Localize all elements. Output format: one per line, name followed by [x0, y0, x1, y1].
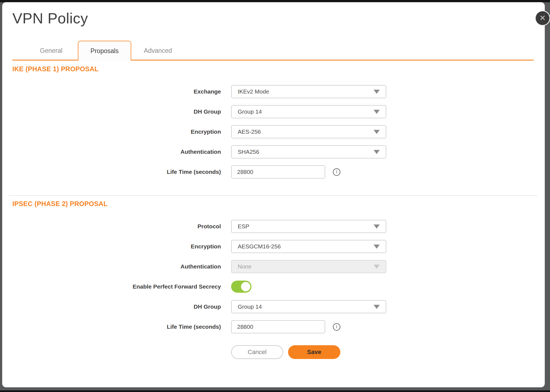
- tab-proposals[interactable]: Proposals: [78, 41, 131, 61]
- pfs-row: Enable Perfect Forward Secrecy: [12, 280, 534, 293]
- footer-buttons: Cancel Save: [231, 345, 534, 359]
- window-frame-top: [0, 0, 550, 2]
- ipsec-authentication-select-disabled: None: [231, 260, 386, 273]
- exchange-select[interactable]: IKEv2 Mode: [231, 85, 386, 98]
- ike-dh-group-select[interactable]: Group 14: [231, 105, 386, 118]
- ipsec-encryption-row: Encryption AESGCM16-256: [12, 240, 534, 253]
- info-icon[interactable]: i: [333, 168, 340, 176]
- window-frame-bottom: [0, 390, 550, 392]
- pfs-toggle-knob: [241, 282, 250, 291]
- chevron-down-icon: [374, 90, 380, 94]
- ipsec-dh-group-value: Group 14: [232, 303, 262, 310]
- ike-life-time-label: Life Time (seconds): [12, 169, 221, 175]
- ike-authentication-value: SHA256: [232, 149, 259, 155]
- ipsec-dh-group-row: DH Group Group 14: [12, 300, 534, 313]
- tab-proposals-label: Proposals: [91, 47, 119, 55]
- chevron-down-icon: [374, 245, 380, 249]
- ike-dh-group-label: DH Group: [12, 108, 221, 115]
- tab-general[interactable]: General: [24, 41, 78, 61]
- section-divider: [9, 195, 538, 196]
- ike-encryption-value: AES-256: [232, 128, 261, 135]
- close-icon: ✕: [539, 14, 546, 22]
- exchange-row: Exchange IKEv2 Mode: [12, 85, 534, 98]
- page-title: VPN Policy: [12, 9, 534, 27]
- vpn-policy-dialog: VPN Policy General Proposals Advanced IK…: [2, 2, 545, 387]
- chevron-down-icon: [374, 305, 380, 309]
- ipsec-authentication-label: Authentication: [12, 263, 221, 270]
- protocol-select[interactable]: ESP: [231, 220, 386, 233]
- ipsec-dh-group-select[interactable]: Group 14: [231, 300, 386, 313]
- ike-dh-group-value: Group 14: [232, 108, 262, 115]
- save-button[interactable]: Save: [288, 345, 340, 359]
- screenshot-frame: VPN Policy General Proposals Advanced IK…: [0, 0, 550, 392]
- protocol-row: Protocol ESP: [12, 220, 534, 233]
- ike-authentication-select[interactable]: SHA256: [231, 145, 386, 158]
- ike-dh-group-row: DH Group Group 14: [12, 105, 534, 118]
- exchange-value: IKEv2 Mode: [232, 88, 269, 95]
- protocol-label: Protocol: [12, 223, 221, 230]
- tab-advanced[interactable]: Advanced: [131, 41, 185, 61]
- tab-general-label: General: [40, 47, 62, 54]
- chevron-down-icon: [374, 130, 380, 134]
- info-icon[interactable]: i: [333, 323, 340, 331]
- ipsec-phase2-heading: IPSEC (PHASE 2) PROPOSAL: [12, 200, 534, 208]
- ipsec-encryption-value: AESGCM16-256: [232, 243, 281, 250]
- chevron-down-icon: [374, 110, 380, 114]
- exchange-label: Exchange: [12, 88, 221, 95]
- ipsec-life-time-label: Life Time (seconds): [12, 324, 221, 330]
- info-icon-glyph: i: [336, 169, 337, 174]
- chevron-down-icon: [374, 224, 380, 229]
- tab-advanced-label: Advanced: [144, 47, 172, 54]
- pfs-label: Enable Perfect Forward Secrecy: [12, 283, 221, 290]
- ipsec-encryption-select[interactable]: AESGCM16-256: [231, 240, 386, 253]
- ipsec-encryption-label: Encryption: [12, 243, 221, 250]
- ike-life-time-row: Life Time (seconds) i: [12, 165, 534, 179]
- ipsec-authentication-row: Authentication None: [12, 260, 534, 273]
- chevron-down-icon: [374, 150, 380, 154]
- ipsec-life-time-row: Life Time (seconds) i: [12, 320, 534, 333]
- ike-life-time-input[interactable]: [231, 165, 325, 179]
- tab-bar: General Proposals Advanced: [12, 41, 534, 61]
- ipsec-authentication-value: None: [232, 263, 251, 270]
- chevron-down-icon: [374, 265, 380, 269]
- ike-phase1-heading: IKE (PHASE 1) PROPOSAL: [12, 65, 534, 73]
- pfs-toggle[interactable]: [231, 281, 251, 293]
- ike-encryption-row: Encryption AES-256: [12, 125, 534, 138]
- ipsec-dh-group-label: DH Group: [12, 303, 221, 310]
- ike-encryption-select[interactable]: AES-256: [231, 125, 386, 138]
- ike-authentication-label: Authentication: [12, 149, 221, 155]
- info-icon-glyph: i: [336, 324, 337, 329]
- cancel-button[interactable]: Cancel: [231, 345, 283, 359]
- ike-authentication-row: Authentication SHA256: [12, 145, 534, 158]
- ike-encryption-label: Encryption: [12, 128, 221, 135]
- protocol-value: ESP: [232, 223, 249, 230]
- close-button[interactable]: ✕: [535, 10, 550, 26]
- ipsec-life-time-input[interactable]: [231, 320, 325, 333]
- dialog-content: VPN Policy General Proposals Advanced IK…: [2, 9, 545, 359]
